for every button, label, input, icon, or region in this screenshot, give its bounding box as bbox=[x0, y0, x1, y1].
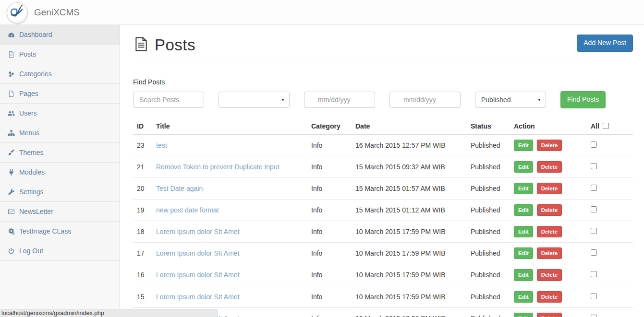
page-header: Posts Add New Post bbox=[133, 35, 633, 63]
post-title-link[interactable]: new post date format bbox=[156, 206, 219, 214]
status-select-wrap: Published ▼ bbox=[475, 92, 546, 108]
delete-button[interactable]: Delete bbox=[537, 247, 562, 259]
date-from-input[interactable] bbox=[304, 92, 375, 108]
cell-id: 18 bbox=[133, 221, 152, 243]
cell-category: Info bbox=[307, 134, 352, 156]
post-title-link[interactable]: Lorem Ipsum dolor SIt Amet bbox=[156, 271, 240, 279]
row-checkbox[interactable] bbox=[591, 228, 597, 234]
edit-button[interactable]: Edit bbox=[514, 161, 533, 173]
delete-button[interactable]: Delete bbox=[537, 140, 562, 151]
sidebar-item-modules[interactable]: Modules bbox=[0, 163, 120, 182]
dashboard-icon bbox=[7, 31, 15, 38]
sidebar-item-users[interactable]: Users bbox=[0, 104, 120, 123]
cell-status: Published bbox=[467, 286, 510, 307]
row-checkbox[interactable] bbox=[591, 163, 597, 169]
sidebar-item-settings[interactable]: Settings bbox=[0, 182, 120, 202]
cell-action: Edit Delete bbox=[510, 243, 587, 264]
date-to-input[interactable] bbox=[389, 92, 461, 108]
cell-date: 10 March 2015 17:59 PM WIB bbox=[352, 286, 467, 307]
table-row: 17 Lorem Ipsum dolor SIt Amet Info 10 Ma… bbox=[133, 243, 633, 264]
search-input[interactable] bbox=[133, 92, 204, 108]
sidebar-item-posts[interactable]: Posts bbox=[0, 45, 120, 64]
row-checkbox[interactable] bbox=[591, 206, 597, 212]
sidebar-item-categories[interactable]: Categories bbox=[0, 64, 120, 84]
row-checkbox[interactable] bbox=[591, 293, 597, 299]
cell-title: Lorem Ipsum dolor SIt Amet bbox=[152, 264, 307, 286]
header-category: Category bbox=[307, 118, 352, 134]
sidebar-item-dashboard[interactable]: Dashboard bbox=[0, 25, 120, 45]
cell-category: Info bbox=[307, 264, 352, 286]
categories-icon bbox=[7, 70, 15, 78]
find-posts-button[interactable]: Find Posts bbox=[560, 91, 606, 108]
row-checkbox[interactable] bbox=[591, 315, 597, 317]
cell-date: 10 March 2015 17:59 PM WIB bbox=[352, 243, 467, 264]
cell-date: 10 March 2015 17:59 PM WIB bbox=[352, 264, 467, 286]
post-title-link[interactable]: Remove Token to prevent Duplicate Input bbox=[156, 163, 279, 171]
cell-title: Remove Token to prevent Duplicate Input bbox=[152, 156, 307, 177]
delete-button[interactable]: Delete bbox=[537, 183, 562, 194]
delete-button[interactable]: Delete bbox=[537, 291, 562, 303]
sidebar-item-label: Log Out bbox=[19, 247, 43, 255]
cell-action: Edit Delete bbox=[510, 307, 587, 317]
delete-button[interactable]: Delete bbox=[537, 204, 562, 216]
row-checkbox[interactable] bbox=[591, 141, 597, 148]
cell-select bbox=[587, 200, 633, 221]
row-checkbox[interactable] bbox=[591, 271, 597, 277]
post-title-link[interactable]: Lorem Ipsum dolor SIt Amet bbox=[156, 249, 240, 257]
cell-action: Edit Delete bbox=[510, 134, 587, 156]
sidebar-item-label: Themes bbox=[19, 149, 44, 156]
add-new-post-button[interactable]: Add New Post bbox=[577, 35, 633, 52]
post-title-link[interactable]: Lorem Ipsum dolor SIt Amet bbox=[156, 228, 240, 235]
sidebar-item-label: Settings bbox=[19, 188, 44, 196]
post-title-link[interactable]: Test Date again bbox=[156, 185, 203, 192]
edit-button[interactable]: Edit bbox=[514, 313, 533, 317]
cell-status: Published bbox=[467, 200, 510, 221]
cell-title: Lorem Ipsum dolor SIt Amet bbox=[152, 286, 307, 307]
edit-button[interactable]: Edit bbox=[514, 247, 533, 259]
status-link-preview: localhost/genixcms/gxadmin/index.php bbox=[0, 309, 218, 317]
table-row: 18 Lorem Ipsum dolor SIt Amet Info 10 Ma… bbox=[133, 221, 633, 243]
cell-category: Info bbox=[307, 307, 352, 317]
sidebar-item-themes[interactable]: Themes bbox=[0, 143, 120, 163]
select-all-label: All bbox=[591, 122, 599, 130]
delete-button[interactable]: Delete bbox=[537, 269, 562, 281]
status-select[interactable]: Published bbox=[475, 92, 546, 108]
posts-table: ID Title Category Date Status Action All… bbox=[133, 118, 633, 317]
edit-button[interactable]: Edit bbox=[514, 269, 533, 281]
sidebar-item-menus[interactable]: Menus bbox=[0, 123, 120, 143]
select-all-checkbox[interactable] bbox=[603, 123, 609, 129]
post-title-link[interactable]: Lorem Ipsum dolor SIt Amet bbox=[156, 293, 240, 301]
table-row: 20 Test Date again Info 15 March 2015 01… bbox=[133, 178, 633, 200]
header-id: ID bbox=[133, 118, 152, 134]
edit-button[interactable]: Edit bbox=[514, 140, 533, 151]
delete-button[interactable]: Delete bbox=[537, 161, 562, 173]
row-checkbox[interactable] bbox=[591, 185, 597, 191]
header-select-all: All bbox=[587, 118, 633, 134]
cell-status: Published bbox=[467, 156, 510, 177]
sidebar-item-label: Users bbox=[19, 109, 37, 117]
sidebar-item-testimage-class[interactable]: TestImage CLass bbox=[0, 222, 120, 241]
sidebar-item-log-out[interactable]: Log Out bbox=[0, 241, 120, 261]
cell-action: Edit Delete bbox=[510, 200, 587, 221]
modules-icon bbox=[7, 169, 15, 176]
cell-action: Edit Delete bbox=[510, 178, 587, 200]
edit-button[interactable]: Edit bbox=[514, 183, 533, 194]
sidebar-item-newsletter[interactable]: NewsLetter bbox=[0, 202, 120, 222]
cell-id: 16 bbox=[133, 264, 152, 286]
sidebar-item-label: NewsLetter bbox=[19, 208, 53, 215]
sidebar-item-label: Menus bbox=[19, 129, 39, 137]
cell-action: Edit Delete bbox=[510, 221, 587, 243]
row-checkbox[interactable] bbox=[591, 249, 597, 256]
edit-button[interactable]: Edit bbox=[514, 226, 533, 237]
cell-action: Edit Delete bbox=[510, 156, 587, 177]
post-title-link[interactable]: test bbox=[156, 141, 167, 149]
sidebar-item-pages[interactable]: Pages bbox=[0, 84, 120, 104]
cell-category: Info bbox=[307, 156, 352, 177]
cell-select bbox=[587, 156, 633, 177]
edit-button[interactable]: Edit bbox=[514, 204, 533, 216]
delete-button[interactable]: Delete bbox=[537, 226, 562, 237]
category-select[interactable] bbox=[219, 92, 290, 108]
table-row: 15 Lorem Ipsum dolor SIt Amet Info 10 Ma… bbox=[133, 286, 633, 307]
delete-button[interactable]: Delete bbox=[537, 313, 562, 317]
edit-button[interactable]: Edit bbox=[514, 291, 533, 303]
